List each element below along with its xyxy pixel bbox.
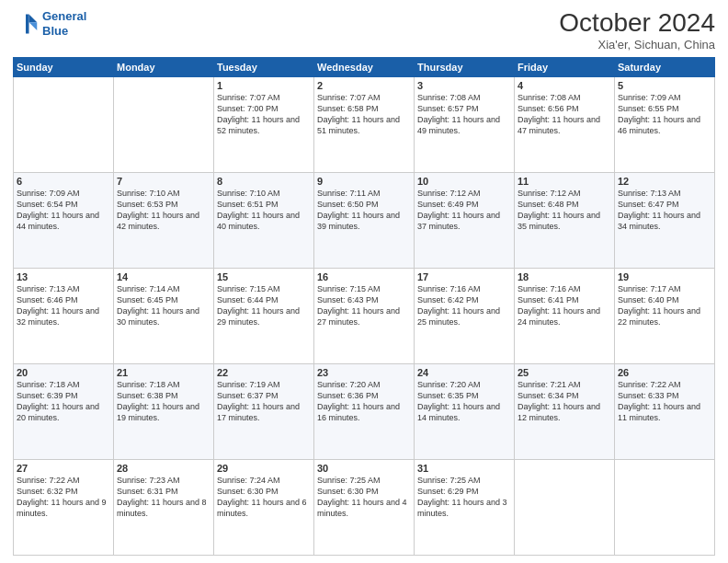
day-number: 16 (317, 271, 411, 282)
calendar-cell: 16Sunrise: 7:15 AM Sunset: 6:43 PM Dayli… (314, 268, 415, 363)
calendar-cell: 23Sunrise: 7:20 AM Sunset: 6:36 PM Dayli… (314, 363, 415, 459)
weekday-header-cell: Friday (515, 57, 615, 76)
day-number: 31 (417, 463, 511, 474)
cell-detail: Sunrise: 7:15 AM Sunset: 6:44 PM Dayligh… (217, 283, 311, 328)
calendar-body: 1Sunrise: 7:07 AM Sunset: 7:00 PM Daylig… (14, 76, 715, 555)
calendar-cell: 25Sunrise: 7:21 AM Sunset: 6:34 PM Dayli… (515, 363, 615, 459)
calendar-cell: 19Sunrise: 7:17 AM Sunset: 6:40 PM Dayli… (615, 268, 715, 363)
day-number: 19 (618, 271, 711, 282)
cell-detail: Sunrise: 7:10 AM Sunset: 6:51 PM Dayligh… (217, 188, 311, 233)
day-number: 22 (217, 367, 311, 378)
cell-detail: Sunrise: 7:20 AM Sunset: 6:35 PM Dayligh… (417, 379, 511, 424)
cell-detail: Sunrise: 7:25 AM Sunset: 6:30 PM Dayligh… (317, 475, 411, 520)
day-number: 2 (317, 80, 411, 91)
svg-marker-2 (26, 14, 29, 33)
cell-detail: Sunrise: 7:08 AM Sunset: 6:57 PM Dayligh… (417, 92, 511, 137)
cell-detail: Sunrise: 7:15 AM Sunset: 6:43 PM Dayligh… (317, 283, 411, 328)
calendar-table: SundayMondayTuesdayWednesdayThursdayFrid… (13, 57, 715, 556)
calendar-cell: 8Sunrise: 7:10 AM Sunset: 6:51 PM Daylig… (214, 172, 314, 268)
cell-detail: Sunrise: 7:21 AM Sunset: 6:34 PM Dayligh… (518, 379, 611, 424)
day-number: 25 (518, 367, 611, 378)
day-number: 14 (117, 271, 210, 282)
calendar-cell: 2Sunrise: 7:07 AM Sunset: 6:58 PM Daylig… (314, 76, 415, 172)
title-block: October 2024 Xia'er, Sichuan, China (559, 9, 715, 52)
weekday-header-cell: Tuesday (214, 57, 314, 76)
header: General Blue October 2024 Xia'er, Sichua… (13, 9, 715, 52)
cell-detail: Sunrise: 7:19 AM Sunset: 6:37 PM Dayligh… (217, 379, 311, 424)
cell-detail: Sunrise: 7:24 AM Sunset: 6:30 PM Dayligh… (217, 475, 311, 520)
weekday-header-cell: Sunday (14, 57, 114, 76)
calendar-week-row: 1Sunrise: 7:07 AM Sunset: 7:00 PM Daylig… (14, 76, 715, 172)
day-number: 27 (17, 463, 110, 474)
calendar-cell (615, 459, 715, 555)
day-number: 9 (317, 176, 411, 187)
svg-marker-1 (29, 22, 38, 30)
cell-detail: Sunrise: 7:11 AM Sunset: 6:50 PM Dayligh… (317, 188, 411, 233)
day-number: 6 (17, 176, 110, 187)
calendar-cell: 30Sunrise: 7:25 AM Sunset: 6:30 PM Dayli… (314, 459, 415, 555)
cell-detail: Sunrise: 7:18 AM Sunset: 6:39 PM Dayligh… (17, 379, 110, 424)
logo: General Blue (13, 9, 86, 38)
calendar-cell: 7Sunrise: 7:10 AM Sunset: 6:53 PM Daylig… (114, 172, 214, 268)
calendar-cell: 22Sunrise: 7:19 AM Sunset: 6:37 PM Dayli… (214, 363, 314, 459)
calendar-cell: 4Sunrise: 7:08 AM Sunset: 6:56 PM Daylig… (515, 76, 615, 172)
calendar-cell: 20Sunrise: 7:18 AM Sunset: 6:39 PM Dayli… (14, 363, 114, 459)
day-number: 5 (618, 80, 711, 91)
cell-detail: Sunrise: 7:14 AM Sunset: 6:45 PM Dayligh… (117, 283, 210, 328)
logo-text: General Blue (42, 9, 86, 38)
day-number: 8 (217, 176, 311, 187)
day-number: 11 (518, 176, 611, 187)
day-number: 21 (117, 367, 210, 378)
calendar-cell: 1Sunrise: 7:07 AM Sunset: 7:00 PM Daylig… (214, 76, 314, 172)
calendar-cell: 10Sunrise: 7:12 AM Sunset: 6:49 PM Dayli… (415, 172, 515, 268)
cell-detail: Sunrise: 7:18 AM Sunset: 6:38 PM Dayligh… (117, 379, 210, 424)
calendar-cell: 3Sunrise: 7:08 AM Sunset: 6:57 PM Daylig… (415, 76, 515, 172)
calendar-cell (114, 76, 214, 172)
day-number: 18 (518, 271, 611, 282)
day-number: 13 (17, 271, 110, 282)
day-number: 15 (217, 271, 311, 282)
cell-detail: Sunrise: 7:09 AM Sunset: 6:54 PM Dayligh… (17, 188, 110, 233)
day-number: 17 (417, 271, 511, 282)
calendar-cell: 15Sunrise: 7:15 AM Sunset: 6:44 PM Dayli… (214, 268, 314, 363)
cell-detail: Sunrise: 7:10 AM Sunset: 6:53 PM Dayligh… (117, 188, 210, 233)
day-number: 30 (317, 463, 411, 474)
calendar-cell: 11Sunrise: 7:12 AM Sunset: 6:48 PM Dayli… (515, 172, 615, 268)
calendar-week-row: 6Sunrise: 7:09 AM Sunset: 6:54 PM Daylig… (14, 172, 715, 268)
cell-detail: Sunrise: 7:22 AM Sunset: 6:32 PM Dayligh… (17, 475, 110, 520)
cell-detail: Sunrise: 7:12 AM Sunset: 6:48 PM Dayligh… (518, 188, 611, 233)
calendar-cell: 5Sunrise: 7:09 AM Sunset: 6:55 PM Daylig… (615, 76, 715, 172)
calendar-cell: 14Sunrise: 7:14 AM Sunset: 6:45 PM Dayli… (114, 268, 214, 363)
svg-marker-0 (29, 14, 38, 22)
calendar-cell: 27Sunrise: 7:22 AM Sunset: 6:32 PM Dayli… (14, 459, 114, 555)
cell-detail: Sunrise: 7:22 AM Sunset: 6:33 PM Dayligh… (618, 379, 711, 424)
calendar-cell: 12Sunrise: 7:13 AM Sunset: 6:47 PM Dayli… (615, 172, 715, 268)
cell-detail: Sunrise: 7:09 AM Sunset: 6:55 PM Dayligh… (618, 92, 711, 137)
day-number: 23 (317, 367, 411, 378)
cell-detail: Sunrise: 7:16 AM Sunset: 6:42 PM Dayligh… (417, 283, 511, 328)
cell-detail: Sunrise: 7:12 AM Sunset: 6:49 PM Dayligh… (417, 188, 511, 233)
calendar-cell (14, 76, 114, 172)
calendar-cell: 26Sunrise: 7:22 AM Sunset: 6:33 PM Dayli… (615, 363, 715, 459)
cell-detail: Sunrise: 7:20 AM Sunset: 6:36 PM Dayligh… (317, 379, 411, 424)
day-number: 7 (117, 176, 210, 187)
cell-detail: Sunrise: 7:17 AM Sunset: 6:40 PM Dayligh… (618, 283, 711, 328)
calendar-cell: 31Sunrise: 7:25 AM Sunset: 6:29 PM Dayli… (415, 459, 515, 555)
cell-detail: Sunrise: 7:13 AM Sunset: 6:46 PM Dayligh… (17, 283, 110, 328)
calendar-cell: 17Sunrise: 7:16 AM Sunset: 6:42 PM Dayli… (415, 268, 515, 363)
calendar-week-row: 13Sunrise: 7:13 AM Sunset: 6:46 PM Dayli… (14, 268, 715, 363)
cell-detail: Sunrise: 7:07 AM Sunset: 7:00 PM Dayligh… (217, 92, 311, 137)
day-number: 10 (417, 176, 511, 187)
day-number: 29 (217, 463, 311, 474)
cell-detail: Sunrise: 7:16 AM Sunset: 6:41 PM Dayligh… (518, 283, 611, 328)
calendar-cell: 13Sunrise: 7:13 AM Sunset: 6:46 PM Dayli… (14, 268, 114, 363)
calendar-cell: 18Sunrise: 7:16 AM Sunset: 6:41 PM Dayli… (515, 268, 615, 363)
weekday-header-cell: Saturday (615, 57, 715, 76)
weekday-header-cell: Monday (114, 57, 214, 76)
calendar-cell (515, 459, 615, 555)
calendar-cell: 21Sunrise: 7:18 AM Sunset: 6:38 PM Dayli… (114, 363, 214, 459)
cell-detail: Sunrise: 7:08 AM Sunset: 6:56 PM Dayligh… (518, 92, 611, 137)
day-number: 3 (417, 80, 511, 91)
calendar-cell: 24Sunrise: 7:20 AM Sunset: 6:35 PM Dayli… (415, 363, 515, 459)
day-number: 12 (618, 176, 711, 187)
